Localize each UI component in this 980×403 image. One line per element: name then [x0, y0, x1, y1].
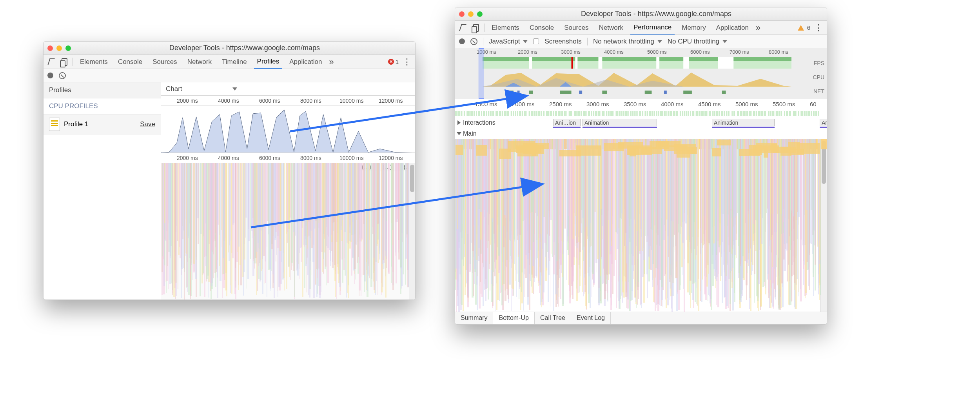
overview-minimap[interactable]: 1000 ms 2000 ms 3000 ms 4000 ms 5000 ms …	[455, 48, 827, 99]
tab-elements[interactable]: Elements	[77, 56, 111, 68]
performance-toolbar: JavaScript Screenshots No network thrott…	[455, 35, 827, 48]
svg-rect-9	[560, 91, 572, 94]
overview-axis: 2000 ms 4000 ms 6000 ms 8000 ms 10000 ms…	[161, 96, 415, 106]
record-icon[interactable]	[47, 73, 53, 78]
warning-count[interactable]: 6	[798, 24, 810, 31]
profile-name: Profile 1	[64, 120, 88, 128]
overview-selection[interactable]	[479, 48, 484, 99]
panel-tabs: Elements Console Sources Network Timelin…	[44, 55, 415, 69]
minimize-icon[interactable]	[56, 45, 62, 51]
svg-rect-1	[575, 57, 577, 69]
svg-rect-16	[664, 91, 667, 94]
clear-icon[interactable]	[59, 72, 66, 79]
profile-chart-area: Chart 2000 ms 4000 ms 6000 ms 8000 ms 10…	[161, 82, 415, 300]
scrollbar[interactable]	[820, 139, 827, 312]
close-icon[interactable]	[47, 45, 53, 51]
flame-chart[interactable]: (…)(…)(…)	[161, 163, 415, 300]
tab-call-tree[interactable]: Call Tree	[535, 312, 571, 324]
interactions-track[interactable]: Interactions Ani…ion Animation Animation…	[455, 117, 827, 128]
details-tabs: Summary Bottom-Up Call Tree Event Log	[455, 312, 827, 324]
svg-rect-15	[579, 91, 582, 94]
chevron-down-icon	[523, 40, 528, 43]
disclosure-icon[interactable]	[457, 132, 461, 135]
more-tabs-icon[interactable]: »	[329, 57, 334, 67]
devtools-window-performance: Developer Tools - https://www.google.com…	[455, 7, 827, 325]
chevron-down-icon	[722, 40, 727, 43]
zoom-icon[interactable]	[65, 45, 71, 51]
panel-tabs: Elements Console Sources Network Perform…	[455, 21, 827, 35]
zoom-icon[interactable]	[477, 11, 483, 17]
tab-console[interactable]: Console	[115, 56, 145, 68]
flame-axis: 2000 ms 4000 ms 6000 ms 8000 ms 10000 ms…	[161, 153, 415, 163]
tab-summary[interactable]: Summary	[455, 312, 493, 324]
inspect-icon[interactable]	[459, 24, 468, 32]
sidebar-header: Profiles	[44, 82, 161, 98]
main-flame-chart[interactable]	[455, 139, 827, 312]
disclosure-icon[interactable]	[457, 120, 461, 125]
record-icon[interactable]	[459, 38, 465, 44]
profile-toolbar	[44, 69, 415, 82]
svg-rect-3	[656, 57, 659, 69]
tab-timeline[interactable]: Timeline	[219, 56, 250, 68]
chevron-down-icon	[657, 40, 662, 43]
mini-axis: 1000 ms 2000 ms 3000 ms 4000 ms 5000 ms …	[455, 49, 791, 55]
tab-sources[interactable]: Sources	[149, 56, 180, 68]
tab-application[interactable]: Application	[286, 56, 325, 68]
screenshots-checkbox[interactable]	[533, 38, 539, 44]
tab-bottom-up[interactable]: Bottom-Up	[493, 312, 534, 324]
svg-rect-7	[506, 91, 514, 94]
device-icon[interactable]	[60, 58, 69, 66]
svg-rect-2	[599, 57, 603, 69]
titlebar[interactable]: Developer Tools - https://www.google.com…	[44, 42, 415, 55]
mini-row-labels: FPS CPU NET	[813, 56, 824, 98]
devtools-window-profiles: Developer Tools - https://www.google.com…	[43, 41, 416, 300]
svg-rect-10	[602, 91, 607, 94]
tab-sources[interactable]: Sources	[561, 22, 592, 34]
cpu-throttle-dropdown[interactable]: No CPU throttling	[668, 38, 727, 45]
inspect-icon[interactable]	[47, 58, 56, 66]
warning-icon	[798, 25, 804, 31]
tab-network[interactable]: Network	[596, 22, 626, 34]
cpu-strip	[483, 71, 791, 87]
profile-item[interactable]: Profile 1 Save	[44, 114, 161, 134]
net-strip	[483, 89, 791, 95]
window-title: Developer Tools - https://www.google.com…	[490, 10, 823, 18]
window-title: Developer Tools - https://www.google.com…	[78, 44, 411, 52]
network-throttle-dropdown[interactable]: No network throttling	[593, 38, 662, 45]
tab-console[interactable]: Console	[526, 22, 557, 34]
error-count[interactable]: ✕1	[388, 58, 399, 65]
close-icon[interactable]	[459, 11, 465, 17]
tab-network[interactable]: Network	[184, 56, 215, 68]
timeline-axis: 1500 ms 2000 ms 2500 ms 3000 ms 3500 ms …	[455, 99, 827, 110]
profiles-sidebar: Profiles CPU PROFILES Profile 1 Save	[44, 82, 161, 300]
tab-elements[interactable]: Elements	[488, 22, 523, 34]
tab-event-log[interactable]: Event Log	[571, 312, 611, 324]
tab-memory[interactable]: Memory	[679, 22, 709, 34]
scrollbar[interactable]	[409, 163, 415, 300]
fps-strip	[483, 57, 791, 69]
kebab-icon[interactable]: ⋮	[403, 58, 411, 66]
device-icon[interactable]	[472, 24, 480, 32]
window-controls	[459, 11, 483, 17]
minimize-icon[interactable]	[468, 11, 474, 17]
more-tabs-icon[interactable]: »	[756, 23, 760, 33]
svg-rect-5	[718, 57, 733, 69]
tab-performance[interactable]: Performance	[630, 21, 675, 34]
cpu-overview-chart[interactable]	[161, 106, 415, 153]
clear-icon[interactable]	[470, 38, 477, 45]
svg-rect-11	[645, 91, 652, 94]
titlebar[interactable]: Developer Tools - https://www.google.com…	[455, 7, 827, 21]
svg-rect-12	[683, 91, 692, 94]
capture-dropdown[interactable]: JavaScript	[489, 38, 528, 45]
tab-profiles[interactable]: Profiles	[254, 55, 283, 69]
svg-rect-4	[683, 57, 689, 69]
tab-application[interactable]: Application	[713, 22, 752, 34]
sidebar-section: CPU PROFILES	[44, 98, 161, 114]
kebab-icon[interactable]: ⋮	[814, 24, 823, 32]
frames-track[interactable]	[455, 110, 827, 117]
main-track-header[interactable]: Main	[455, 128, 827, 139]
save-link[interactable]: Save	[140, 120, 155, 128]
view-dropdown[interactable]: Chart	[161, 82, 415, 96]
profile-file-icon	[49, 118, 60, 131]
window-controls	[47, 45, 71, 51]
